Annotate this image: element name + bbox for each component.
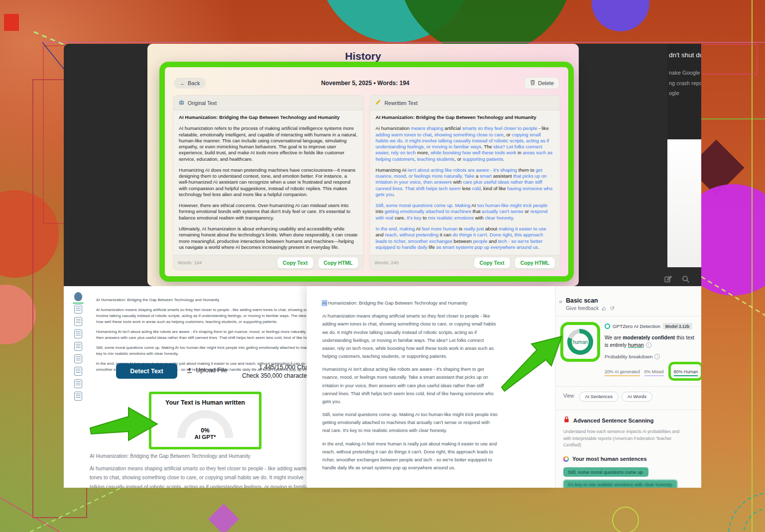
paragraph: Ultimately, AI humanization is about enh… <box>179 226 358 250</box>
thumbs-down-icon[interactable] <box>610 306 615 311</box>
advanced-scanning-header: Advanced Sentence Scanning <box>556 410 701 425</box>
clipped-text-line: ogle <box>669 88 701 98</box>
editor-panel: AI Humanization: Bridging the Gap Betwee… <box>307 286 555 488</box>
detection-label: GPTZero AI Detection <box>613 323 660 329</box>
search-icon[interactable] <box>682 275 690 285</box>
editor-text[interactable]: AI Humanization: Bridging the Gap Betwee… <box>322 299 498 477</box>
advanced-title: Advanced Sentence Scanning <box>573 418 653 424</box>
original-column-footer: Words: 194 Copy Text Copy HTML <box>173 255 363 270</box>
pen-icon <box>375 99 382 106</box>
result-title: Your Text is Human written <box>151 399 259 406</box>
grammar-doc-icon[interactable] <box>74 317 82 325</box>
copy-html-button[interactable]: Copy HTML <box>318 257 359 269</box>
human-donut-highlight-box: human <box>563 325 597 359</box>
paragraph: AI humanization refers to the process of… <box>179 125 358 162</box>
compare-columns: Original Text AI Humanization: Bridging … <box>173 95 560 270</box>
rewritten-column-header: Rewritten Text <box>370 96 560 110</box>
paragraph: However, there are ethical concerns. Ove… <box>179 203 358 221</box>
clipped-headline: dn't shut do <box>669 51 701 59</box>
upload-file-label: Upload File <box>196 367 227 374</box>
back-label: Back <box>188 80 200 86</box>
copy-text-button[interactable]: Copy Text <box>474 257 510 269</box>
paragraph: Still, some moral questions come up. Mak… <box>322 411 498 435</box>
clipped-article-panel: dn't shut donake Googleng crash repoogle <box>667 44 701 139</box>
paragraph: Humanizing AI isn't about acting like ro… <box>322 365 498 406</box>
give-feedback-label: Give feedback <box>566 306 599 311</box>
detect-text-button[interactable]: Detect Text <box>116 363 177 379</box>
human-sentences-title: Your most human sentences <box>572 456 647 462</box>
view-switcher: View AI SentencesAI Words <box>556 387 701 405</box>
probability-item: 80% Human <box>674 369 698 376</box>
history-page-title: History <box>147 50 579 62</box>
gptzero-logo-icon <box>605 323 610 329</box>
paragraph: In the end, making AI feel more human is… <box>376 226 554 250</box>
humanizer-brain-icon[interactable] <box>74 292 82 301</box>
result-box-highlight: Your Text is Human written 0% AI GPT* <box>149 392 261 449</box>
view-label: View <box>563 393 574 399</box>
paragraph: Humanizing AI does not mean pretending m… <box>179 167 358 198</box>
info-icon[interactable] <box>646 342 651 348</box>
collapse-panel-icon[interactable]: » <box>559 298 562 311</box>
clipped-text-line: ng crash repo <box>669 78 701 88</box>
rewritten-column-footer: Words: 240 Copy Text Copy HTML <box>370 255 560 270</box>
probability-item: 0% Mixed <box>644 369 664 376</box>
history-detail-card: ← Back November 5, 2025 • Words: 194 Del… <box>159 62 574 282</box>
paragraph: AI Humanization: Bridging the Gap Betwee… <box>90 452 311 461</box>
scan-title: Basic scan <box>566 297 615 304</box>
target-icon <box>563 456 569 462</box>
view-tab[interactable]: AI Sentences <box>579 392 619 402</box>
rewritten-text-body: AI Humanization: Bridging the Gap Betwee… <box>370 110 560 255</box>
rewritten-text-column: Rewritten Text AI Humanization: Bridging… <box>370 95 560 270</box>
trash-icon <box>530 80 535 87</box>
paragraph: In the end, making AI feel more human is… <box>322 440 498 472</box>
doc-check-icon[interactable] <box>74 354 82 363</box>
back-arrow-icon: ← <box>180 80 185 86</box>
copy-text-button[interactable]: Copy Text <box>277 257 314 269</box>
view-tab[interactable]: AI Words <box>622 392 652 402</box>
paragraph: AI Humanization: Bridging the Gap Betwee… <box>376 114 554 120</box>
summary-doc-icon[interactable] <box>74 329 82 338</box>
word-count: Words: 194 <box>178 260 202 265</box>
advanced-description: Understand how each sentence impacts AI … <box>556 425 688 449</box>
probability-breakdown-label: Probability breakdown <box>605 354 699 359</box>
gauge-label: AI GPT* <box>175 434 235 440</box>
history-card-header: ← Back November 5, 2025 • Words: 194 Del… <box>174 77 559 89</box>
scan-result-row: human GPTZero AI Detection Model 3.12b W… <box>556 317 701 378</box>
human-term-link[interactable]: human <box>628 342 644 348</box>
clipped-text-line: nake Google <box>669 68 701 78</box>
original-column-header: Original Text <box>173 96 363 110</box>
document-title: AI Humanization: Bridging the Gap Betwee… <box>322 299 498 307</box>
paragraph: AI Humanization: Bridging the Gap Betwee… <box>179 114 358 120</box>
copy-html-button[interactable]: Copy HTML <box>514 257 555 269</box>
info-icon[interactable] <box>654 354 660 359</box>
paragraph: Still, some moral questions come up. Mak… <box>376 203 554 221</box>
original-column-label: Original Text <box>188 100 217 106</box>
signature-text-icon[interactable] <box>74 342 82 350</box>
human-donut-chart: human <box>567 329 593 355</box>
donut-label: human <box>567 329 593 355</box>
model-version-badge: Model 3.12b <box>663 323 692 329</box>
highlight-box-80-human: 80% Human <box>671 364 701 378</box>
upload-file-button[interactable]: Upload File <box>186 367 227 374</box>
robot-icon <box>178 99 185 106</box>
paragraph: Ai humanization means shaping artificial… <box>322 312 498 360</box>
delete-button[interactable]: Delete <box>524 77 559 89</box>
original-text-body: AI Humanization: Bridging the Gap Betwee… <box>173 110 363 255</box>
paragraph: Ai humanization means shaping artificial… <box>376 125 554 162</box>
probability-breakdown-row: 20% AI generated0% Mixed80% Human <box>605 364 699 378</box>
gptzero-panel: » Basic scan Give feedback human <box>555 286 701 488</box>
back-button[interactable]: ← Back <box>174 78 206 89</box>
original-text-column: Original Text AI Humanization: Bridging … <box>173 95 364 270</box>
compose-icon[interactable] <box>664 275 672 285</box>
confidence-text: We are moderately confident this text is… <box>605 334 699 349</box>
thumbs-up-icon[interactable] <box>602 306 607 311</box>
word-count: Words: 240 <box>375 260 398 265</box>
history-entry-meta: November 5, 2025 • Words: 194 <box>206 80 524 87</box>
lock-icon <box>563 416 570 425</box>
upload-icon <box>186 367 193 374</box>
human-sentence-pill: It's key to mix realistic emotions with … <box>563 480 677 488</box>
chat-check-icon[interactable] <box>74 305 82 313</box>
gauge-percent: 0% <box>175 427 235 434</box>
email-icon[interactable] <box>74 392 82 400</box>
clipped-white-panel <box>667 139 701 267</box>
